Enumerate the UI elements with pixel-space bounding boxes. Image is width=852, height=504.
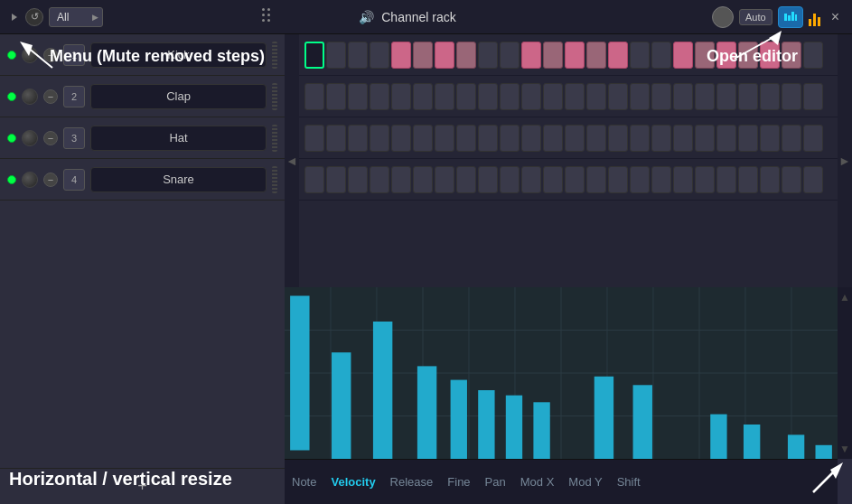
step-button[interactable] [326,125,346,152]
step-button[interactable] [586,125,606,152]
step-button[interactable] [608,83,628,110]
step-button[interactable] [413,42,433,69]
led-4[interactable] [7,175,16,184]
drag-handle-1[interactable] [272,42,277,69]
step-button[interactable] [630,83,650,110]
step-button[interactable] [478,83,498,110]
step-button[interactable] [738,42,758,69]
step-button[interactable] [391,125,411,152]
step-button[interactable] [304,42,324,69]
drag-handle-2[interactable] [272,83,277,110]
step-button[interactable] [760,83,780,110]
led-1[interactable] [7,51,16,60]
step-button[interactable] [782,42,801,69]
step-button[interactable] [500,166,520,193]
mute-button-4[interactable]: − [43,173,58,187]
step-button[interactable] [326,42,346,69]
channel-name-3[interactable]: Hat [90,126,267,151]
tab-note[interactable]: Note [292,471,316,492]
volume-knob-2[interactable] [22,89,38,105]
drag-handle-4[interactable] [272,166,277,193]
step-button[interactable] [651,166,671,193]
step-button[interactable] [760,166,780,193]
step-button[interactable] [391,42,411,69]
step-button[interactable] [435,166,454,193]
step-button[interactable] [413,83,433,110]
channel-name-1[interactable]: Kick [90,42,267,68]
auto-button[interactable]: Auto [739,9,772,25]
step-button[interactable] [435,42,454,69]
step-button[interactable] [586,83,606,110]
step-button[interactable] [435,83,454,110]
step-button[interactable] [803,83,823,110]
step-button[interactable] [478,42,498,69]
step-button[interactable] [565,125,585,152]
undo-button[interactable]: ↺ [25,8,43,26]
step-button[interactable] [651,42,671,69]
volume-knob-4[interactable] [22,172,38,188]
step-button[interactable] [716,125,736,152]
open-editor-button[interactable] [778,6,803,28]
step-button[interactable] [673,83,693,110]
step-button[interactable] [565,166,585,193]
step-button[interactable] [543,125,563,152]
step-button[interactable] [586,42,606,69]
volume-knob-1[interactable] [22,47,38,63]
step-button[interactable] [521,125,541,152]
grid-scroll-left[interactable]: ◄ [285,34,299,287]
close-button[interactable]: × [826,7,845,27]
step-button[interactable] [782,125,801,152]
nav-arrow-button[interactable] [7,10,22,24]
step-button[interactable] [651,83,671,110]
mute-button-2[interactable]: − [43,89,58,104]
eq-icon[interactable] [809,8,820,26]
tab-fine[interactable]: Fine [447,471,470,492]
step-button[interactable] [391,83,411,110]
step-button[interactable] [456,166,476,193]
step-button[interactable] [695,166,715,193]
step-button[interactable] [456,83,476,110]
step-button[interactable] [478,125,498,152]
all-dropdown[interactable]: All ▶ [49,7,103,27]
step-button[interactable] [673,42,693,69]
step-button[interactable] [738,166,758,193]
step-button[interactable] [456,125,476,152]
step-button[interactable] [586,166,606,193]
grid-scroll-right[interactable]: ► [838,34,852,287]
step-button[interactable] [673,125,693,152]
step-button[interactable] [803,125,823,152]
step-button[interactable] [782,83,801,110]
step-button[interactable] [370,125,389,152]
step-button[interactable] [348,166,368,193]
step-button[interactable] [716,166,736,193]
step-button[interactable] [304,166,324,193]
step-button[interactable] [651,125,671,152]
step-button[interactable] [760,125,780,152]
tab-velocity[interactable]: Velocity [331,471,375,492]
record-button[interactable] [712,6,734,28]
step-button[interactable] [760,42,780,69]
scroll-up-icon[interactable]: ▲ [839,291,850,303]
step-button[interactable] [608,125,628,152]
step-button[interactable] [500,83,520,110]
tab-pan[interactable]: Pan [485,471,506,492]
step-button[interactable] [673,166,693,193]
step-button[interactable] [435,125,454,152]
dots-menu-button[interactable] [262,8,270,22]
step-button[interactable] [803,42,823,69]
step-button[interactable] [413,166,433,193]
step-button[interactable] [500,125,520,152]
step-button[interactable] [521,83,541,110]
step-button[interactable] [695,42,715,69]
led-2[interactable] [7,92,16,101]
step-button[interactable] [500,42,520,69]
step-button[interactable] [456,42,476,69]
step-button[interactable] [348,83,368,110]
step-button[interactable] [630,125,650,152]
step-button[interactable] [304,125,324,152]
step-button[interactable] [782,166,801,193]
step-button[interactable] [348,125,368,152]
velocity-scroll[interactable]: ▲ ▼ [838,287,852,459]
step-button[interactable] [521,42,541,69]
velocity-editor[interactable] [285,287,838,459]
